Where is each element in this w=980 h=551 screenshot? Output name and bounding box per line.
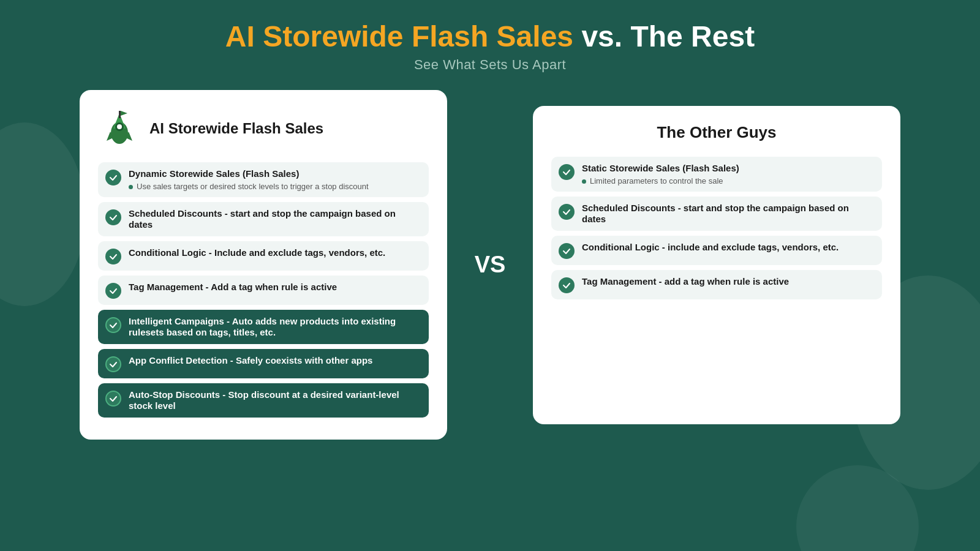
title-rest: vs. The Rest [573,20,755,53]
mascot-icon [98,107,141,150]
bullet-dot-static [582,179,586,184]
feature-static-title: Static Storewide Sales (Flash Sales) [582,163,739,173]
page-wrapper: AI Storewide Flash Sales vs. The Rest Se… [0,0,980,551]
feature-scheduled-right-title: Scheduled Discounts - start and stop the… [582,203,849,224]
feature-scheduled-right-text: Scheduled Discounts - start and stop the… [582,203,875,225]
feature-autostop: Auto-Stop Discounts - Stop discount at a… [98,383,429,418]
check-icon-scheduled-right [559,204,575,220]
check-icon-conflict [105,356,121,372]
title-brand: AI Storewide Flash Sales [225,20,573,53]
feature-intelligent: Intelligent Campaigns - Auto adds new pr… [98,310,429,344]
feature-static-sub-text: Limited parameters to control the sale [590,176,723,186]
feature-dynamic: Dynamic Storewide Sales (Flash Sales) Us… [98,162,429,197]
left-card-header-content: AI Storewide Flash Sales [98,107,323,150]
feature-autostop-text: Auto-Stop Discounts - Stop discount at a… [129,389,421,411]
comparison-area: AI Storewide Flash Sales Dynamic Storewi… [0,90,980,440]
feature-conditional-right-title: Conditional Logic - include and exclude … [582,242,839,252]
check-icon-autostop [105,391,121,407]
left-card-header: AI Storewide Flash Sales [98,107,429,150]
svg-point-3 [117,124,122,129]
check-icon-scheduled-left [105,209,121,225]
feature-scheduled-right: Scheduled Discounts - start and stop the… [551,197,882,231]
right-card-title: The Other Guys [551,123,882,142]
feature-static: Static Storewide Sales (Flash Sales) Lim… [551,157,882,192]
feature-intelligent-title: Intelligent Campaigns - Auto adds new pr… [129,316,396,337]
feature-dynamic-text: Dynamic Storewide Sales (Flash Sales) Us… [129,168,421,191]
feature-conditional-right-text: Conditional Logic - include and exclude … [582,242,875,253]
left-card-title: AI Storewide Flash Sales [149,120,323,137]
check-icon-conditional-right [559,243,575,259]
feature-scheduled-left: Scheduled Discounts - start and stop the… [98,202,429,236]
right-card: The Other Guys Static Storewide Sales (F… [533,106,900,424]
left-card: AI Storewide Flash Sales Dynamic Storewi… [80,90,447,440]
feature-intelligent-text: Intelligent Campaigns - Auto adds new pr… [129,316,421,338]
feature-autostop-title: Auto-Stop Discounts - Stop discount at a… [129,389,399,411]
svg-rect-6 [119,111,121,118]
feature-dynamic-title: Dynamic Storewide Sales (Flash Sales) [129,168,299,179]
feature-conditional-right: Conditional Logic - include and exclude … [551,236,882,265]
feature-tag-right: Tag Management - add a tag when rule is … [551,270,882,299]
page-subtitle: See What Sets Us Apart [225,57,755,73]
feature-conditional-left-title: Conditional Logic - Include and exclude … [129,247,385,258]
check-icon-tag-left [105,283,121,299]
feature-conflict-title: App Conflict Detection - Safely coexists… [129,355,372,365]
check-icon-intelligent [105,317,121,333]
feature-scheduled-left-title: Scheduled Discounts - start and stop the… [129,208,396,230]
feature-tag-left-text: Tag Management - Add a tag when rule is … [129,282,421,293]
vs-badge: VS [459,252,521,278]
feature-tag-right-title: Tag Management - add a tag when rule is … [582,276,789,287]
feature-tag-right-text: Tag Management - add a tag when rule is … [582,276,875,287]
svg-marker-7 [121,111,127,116]
feature-conflict-text: App Conflict Detection - Safely coexists… [129,355,421,366]
vs-label: VS [475,252,506,278]
feature-dynamic-sub: Use sales targets or desired stock level… [129,182,421,191]
page-title: AI Storewide Flash Sales vs. The Rest [225,20,755,53]
check-icon-tag-right [559,277,575,293]
feature-dynamic-sub-text: Use sales targets or desired stock level… [137,182,369,191]
feature-tag-left-title: Tag Management - Add a tag when rule is … [129,282,337,292]
bullet-dot [129,185,133,189]
check-icon-conditional-left [105,249,121,264]
feature-static-sub: Limited parameters to control the sale [582,176,875,186]
feature-static-text: Static Storewide Sales (Flash Sales) Lim… [582,163,875,186]
feature-conflict: App Conflict Detection - Safely coexists… [98,349,429,378]
feature-scheduled-left-text: Scheduled Discounts - start and stop the… [129,208,421,230]
check-icon-dynamic [105,170,121,186]
check-icon-static [559,164,575,180]
feature-conditional-left: Conditional Logic - Include and exclude … [98,241,429,271]
header: AI Storewide Flash Sales vs. The Rest Se… [225,20,755,73]
feature-tag-left: Tag Management - Add a tag when rule is … [98,276,429,305]
feature-conditional-left-text: Conditional Logic - Include and exclude … [129,247,421,258]
